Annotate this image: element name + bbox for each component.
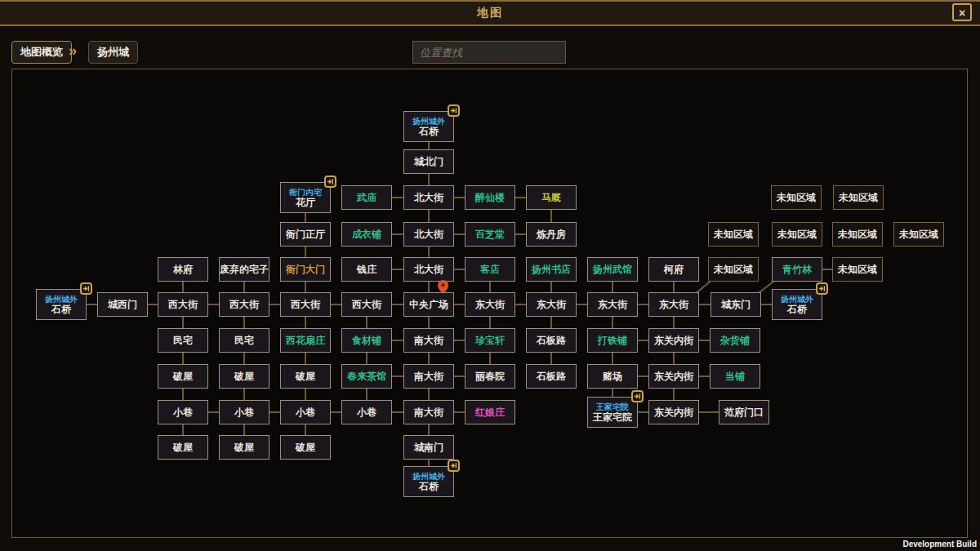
map-node-xidajie4[interactable]: 西大街 bbox=[341, 292, 392, 317]
map-node-qiao-s[interactable]: 扬州城外石桥 bbox=[403, 466, 454, 497]
map-node-shibanlu1[interactable]: 石板路 bbox=[526, 328, 577, 353]
map-node-wumiao[interactable]: 武庙 bbox=[341, 185, 392, 210]
map-node-unk-a2[interactable]: 未知区域 bbox=[833, 185, 884, 210]
map-node-beidajie2[interactable]: 北大街 bbox=[403, 222, 454, 247]
map-node-linfu[interactable]: 林府 bbox=[158, 257, 208, 282]
map-node-nandajie3[interactable]: 南大街 bbox=[403, 400, 454, 424]
exit-transition-icon bbox=[80, 282, 92, 295]
map-node-baizhitang[interactable]: 百芝堂 bbox=[465, 222, 515, 247]
node-label: 北大街 bbox=[414, 264, 443, 275]
map-node-liandanfang[interactable]: 炼丹房 bbox=[526, 222, 577, 247]
map-node-qiao-e[interactable]: 扬州城外石桥 bbox=[772, 289, 822, 320]
node-region-label: 王家宅院 bbox=[596, 402, 629, 412]
map-node-feiqizhaizi[interactable]: 废弃的宅子 bbox=[219, 257, 270, 282]
map-node-unk-b1[interactable]: 未知区域 bbox=[708, 222, 759, 247]
map-node-xiaoxiang4[interactable]: 小巷 bbox=[341, 400, 392, 424]
map-node-dongguan1[interactable]: 东关内街 bbox=[648, 328, 699, 353]
map-node-unk-c2[interactable]: 未知区域 bbox=[832, 257, 883, 282]
node-label: 东大街 bbox=[537, 300, 566, 310]
map-node-yamen-neizhai[interactable]: 衙门内宅花厅 bbox=[280, 182, 331, 213]
map-node-beidajie1[interactable]: 北大街 bbox=[403, 185, 454, 210]
breadcrumb-map-overview[interactable]: 地图概览 bbox=[11, 41, 72, 64]
map-node-dongguan3[interactable]: 东关内街 bbox=[648, 400, 699, 424]
map-node-minzhai1[interactable]: 民宅 bbox=[158, 328, 208, 353]
node-label: 西大街 bbox=[352, 300, 381, 310]
map-node-unk-a1[interactable]: 未知区域 bbox=[771, 185, 822, 210]
node-label: 废弃的宅子 bbox=[220, 264, 269, 275]
map-node-dangpu[interactable]: 当铺 bbox=[710, 364, 760, 389]
breadcrumb-separator-icon: » bbox=[69, 42, 77, 60]
close-button[interactable]: × bbox=[952, 3, 972, 21]
map-node-zahuopu[interactable]: 杂货铺 bbox=[710, 328, 760, 353]
map-node-unk-b4[interactable]: 未知区域 bbox=[893, 222, 944, 247]
node-label: 武庙 bbox=[357, 193, 376, 203]
map-node-powu3[interactable]: 破屋 bbox=[280, 364, 331, 389]
map-node-unk-c1[interactable]: 未知区域 bbox=[708, 257, 759, 282]
map-node-shibanlu2[interactable]: 石板路 bbox=[526, 364, 577, 389]
node-label: 马厩 bbox=[541, 193, 561, 203]
map-node-chengbeimen[interactable]: 城北门 bbox=[403, 149, 454, 174]
node-region-label: 扬州城外 bbox=[781, 295, 813, 304]
map-node-qiao-w[interactable]: 扬州城外石桥 bbox=[36, 289, 87, 320]
map-node-yamen-damen[interactable]: 衙门大门 bbox=[280, 257, 331, 282]
map-node-chengyipu[interactable]: 成衣铺 bbox=[341, 222, 392, 247]
map-node-chengdongmen[interactable]: 城东门 bbox=[710, 292, 761, 317]
map-node-zhenbaoxuan[interactable]: 珍宝轩 bbox=[465, 328, 515, 353]
node-label: 东大街 bbox=[659, 300, 688, 310]
map-node-xihuashanzhuang[interactable]: 西花扇庄 bbox=[280, 328, 331, 353]
map-node-dongdajie1[interactable]: 东大街 bbox=[465, 292, 515, 317]
map-node-majiu[interactable]: 马厩 bbox=[526, 185, 577, 210]
map-node-zhongyang[interactable]: 中央广场 bbox=[403, 292, 454, 317]
map-node-chunlai[interactable]: 春来茶馆 bbox=[341, 364, 392, 389]
breadcrumb-current-city[interactable]: 扬州城 bbox=[88, 41, 138, 64]
node-label: 未知区域 bbox=[777, 229, 817, 240]
node-label: 北大街 bbox=[414, 229, 443, 240]
map-node-yamen-zhengting[interactable]: 衙门正厅 bbox=[280, 222, 331, 247]
map-node-powu1[interactable]: 破屋 bbox=[158, 364, 208, 389]
map-node-powu5[interactable]: 破屋 bbox=[219, 435, 270, 460]
map-node-qingzhulin[interactable]: 青竹林 bbox=[772, 257, 822, 282]
map-node-dongguan2[interactable]: 东关内街 bbox=[648, 364, 699, 389]
map-node-dongdajie4[interactable]: 东大街 bbox=[648, 292, 699, 317]
map-node-nandajie2[interactable]: 南大街 bbox=[403, 364, 454, 389]
map-node-xiaoxiang2[interactable]: 小巷 bbox=[219, 400, 270, 424]
map-node-wuguan[interactable]: 扬州武馆 bbox=[587, 257, 638, 282]
map-node-lichunyuan[interactable]: 丽春院 bbox=[465, 364, 515, 389]
map-node-powu4[interactable]: 破屋 bbox=[158, 435, 208, 460]
map-node-kedian[interactable]: 客店 bbox=[465, 257, 515, 282]
map-node-minzhai2[interactable]: 民宅 bbox=[219, 328, 270, 353]
map-node-zuixianlou[interactable]: 醉仙楼 bbox=[465, 185, 515, 210]
map-node-chengnanmen[interactable]: 城南门 bbox=[403, 435, 454, 460]
map-node-unk-b2[interactable]: 未知区域 bbox=[772, 222, 822, 247]
map-node-datiepu[interactable]: 打铁铺 bbox=[587, 328, 638, 353]
map-node-dongdajie3[interactable]: 东大街 bbox=[587, 292, 638, 317]
map-node-duchang[interactable]: 赌场 bbox=[587, 364, 638, 389]
map-node-dongdajie2[interactable]: 东大街 bbox=[526, 292, 577, 317]
map-node-nandajie1[interactable]: 南大街 bbox=[403, 328, 454, 353]
map-node-qianzhuang[interactable]: 钱庄 bbox=[341, 257, 392, 282]
node-label: 东大街 bbox=[475, 300, 505, 310]
node-label: 百芝堂 bbox=[475, 229, 505, 240]
map-node-xidajie1[interactable]: 西大街 bbox=[158, 292, 208, 317]
map-node-xidajie3[interactable]: 西大街 bbox=[280, 292, 331, 317]
map-node-xiaoxiang1[interactable]: 小巷 bbox=[158, 400, 208, 424]
map-node-xidajie2[interactable]: 西大街 bbox=[219, 292, 270, 317]
node-region-label: 扬州城外 bbox=[45, 295, 78, 304]
map-node-xiaoxiang3[interactable]: 小巷 bbox=[280, 400, 331, 424]
map-node-hongniangzhuang[interactable]: 红娘庄 bbox=[465, 400, 515, 424]
map-node-qiao-n[interactable]: 扬州城外石桥 bbox=[403, 111, 454, 142]
map-node-powu2[interactable]: 破屋 bbox=[219, 364, 270, 389]
map-node-unk-b3[interactable]: 未知区域 bbox=[832, 222, 883, 247]
map-node-fanfu[interactable]: 范府门口 bbox=[719, 400, 769, 424]
map-node-powu6[interactable]: 破屋 bbox=[280, 435, 331, 460]
map-node-wangjia[interactable]: 王家宅院王家宅院 bbox=[587, 397, 638, 428]
map-node-shicaipu[interactable]: 食材铺 bbox=[341, 328, 392, 353]
map-node-beidajie3[interactable]: 北大街 bbox=[403, 257, 454, 282]
node-label: 破屋 bbox=[234, 371, 254, 382]
node-label: 东大街 bbox=[598, 300, 627, 310]
map-node-kefu[interactable]: 柯府 bbox=[648, 257, 699, 282]
map-node-shudian[interactable]: 扬州书店 bbox=[526, 257, 577, 282]
node-label: 食材铺 bbox=[352, 335, 381, 346]
map-node-chengximen[interactable]: 城西门 bbox=[97, 292, 148, 317]
location-search-input[interactable] bbox=[412, 41, 566, 64]
